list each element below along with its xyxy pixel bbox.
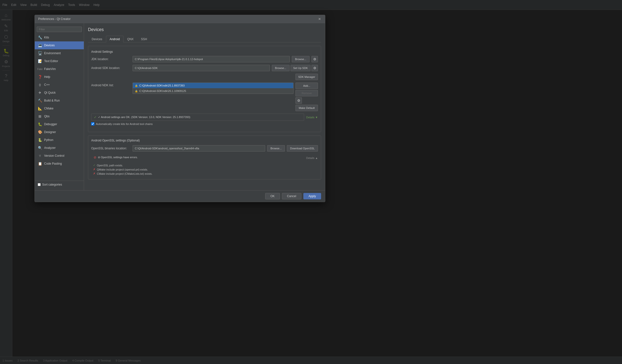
sdk-input[interactable] (133, 65, 270, 71)
gear-icon: ⚙ (313, 57, 316, 61)
dialog-body: 🔧 Kits 💻 Devices 🖥️ Environment 📝 Text E… (35, 23, 325, 190)
android-status-text: ✓ Android settings are OK. (SDK Version:… (98, 115, 190, 119)
setup-sdk-button[interactable]: Set Up SDK (291, 65, 311, 71)
sidebar-item-environment[interactable]: 🖥️ Environment (35, 49, 84, 57)
sidebar-item-designer-label: Designer (44, 130, 56, 134)
sdk-manager-row: SDK Manager (91, 74, 318, 80)
cancel-button[interactable]: Cancel (282, 193, 301, 199)
jdk-input[interactable] (133, 56, 290, 62)
sidebar-item-fakevim[interactable]: Fake FakeVim (35, 65, 84, 73)
openssl-check-2: ✗ CMake include project (CMakeLists.txt)… (93, 172, 316, 175)
preferences-sidebar: 🔧 Kits 💻 Devices 🖥️ Environment 📝 Text E… (35, 23, 84, 190)
tab-qnx[interactable]: QNX (123, 36, 137, 42)
sidebar-item-kits[interactable]: 🔧 Kits (35, 34, 84, 41)
modal-overlay: Preferences - Qt Creator ✕ 🔧 Kits 💻 (0, 0, 622, 364)
sidebar-bottom: Sort categories (35, 181, 84, 188)
sidebar-item-qt-quick-label: Qt Quick (44, 91, 56, 94)
sidebar-item-qbs[interactable]: ⊞ Qbs (35, 112, 84, 120)
openssl-browse-button[interactable]: Browse... (267, 145, 285, 152)
dialog-close-button[interactable]: ✕ (318, 17, 322, 21)
openssl-check-1: ✗ QMake include project (openssl.pri) ex… (93, 168, 316, 171)
sidebar-item-environment-label: Environment (44, 52, 61, 55)
fakevim-icon: Fake (38, 67, 42, 71)
page-title: Devices (88, 27, 321, 32)
sidebar-item-build-run[interactable]: 🔨 Build & Run (35, 96, 84, 104)
sdk-browse-button[interactable]: Browse... (272, 65, 290, 71)
sidebar-item-cpp[interactable]: {} C++ (35, 81, 84, 89)
sdk-manager-button[interactable]: SDK Manager (295, 74, 318, 80)
jdk-browse-button[interactable]: Browse... (292, 56, 310, 62)
python-icon: 🐍 (38, 138, 42, 142)
debugger-icon: 🐛 (38, 122, 42, 126)
auto-create-kits-checkbox[interactable] (91, 122, 94, 125)
download-openssl-button[interactable]: Download OpenSSL (287, 145, 318, 152)
apply-button[interactable]: Apply (303, 193, 321, 199)
dialog-title: Preferences - Qt Creator (38, 17, 71, 21)
ndk-action-buttons: Add... Remove ⚙ Make Default (295, 83, 318, 111)
sidebar-item-help[interactable]: ❓ Help (35, 73, 84, 81)
tab-android[interactable]: Android (106, 36, 123, 42)
ndk-item-0[interactable]: 🔒 C:\Qt\Android-SDK\ndk\25.1.8937393 (133, 83, 293, 88)
sort-categories-label: Sort categories (42, 183, 62, 186)
sidebar-item-cmake[interactable]: 📐 CMake (35, 104, 84, 112)
android-section-title: Android Settings (91, 50, 318, 54)
android-status-details-link[interactable]: Details ▼ (306, 116, 318, 119)
ndk-add-button[interactable]: Add... (295, 83, 318, 89)
ndk-section: Android NDK list: 🔒 C:\Qt\Android-SDK\nd… (91, 83, 318, 111)
check-err-icon-2: ✗ (93, 172, 95, 175)
text-editor-icon: 📝 (38, 59, 42, 63)
preferences-dialog: Preferences - Qt Creator ✕ 🔧 Kits 💻 (35, 15, 325, 202)
openssl-details-link[interactable]: Details ▲ (306, 156, 318, 159)
check-text-2: CMake include project (CMakeLists.txt) e… (97, 172, 153, 175)
sidebar-item-version-control[interactable]: ⑂ Version Control (35, 152, 84, 160)
sdk-gear-button[interactable]: ⚙ (311, 65, 318, 71)
openssl-location-row: OpenSSL binaries location: Browse... Dow… (91, 145, 318, 152)
details-chevron-icon: ▼ (315, 116, 318, 119)
sidebar-item-text-editor[interactable]: 📝 Text Editor (35, 57, 84, 65)
sidebar-item-qt-quick[interactable]: ✈ Qt Quick (35, 89, 84, 96)
ndk-remove-button[interactable]: Remove (295, 90, 318, 96)
version-control-icon: ⑂ (38, 153, 42, 158)
sidebar-item-qbs-label: Qbs (44, 115, 50, 118)
check-text-1: QMake include project (openssl.pri) exis… (97, 168, 148, 171)
openssl-error-text: ⊘ OpenSSL settings have errors. (98, 156, 138, 159)
openssl-details-label: Details (306, 156, 314, 159)
sidebar-item-debugger[interactable]: 🐛 Debugger (35, 120, 84, 128)
ok-button[interactable]: OK (265, 193, 280, 199)
openssl-check-0: ✓ OpenSSL path exists. (93, 164, 316, 167)
sidebar-item-build-run-label: Build & Run (44, 99, 60, 102)
tab-ssh[interactable]: SSH (137, 36, 151, 42)
sidebar-item-python[interactable]: 🐍 Python (35, 136, 84, 144)
check-ok-icon-0: ✓ (93, 164, 95, 167)
ndk-gear-button[interactable]: ⚙ (295, 97, 302, 104)
sidebar-item-devices-label: Devices (44, 44, 55, 47)
jdk-gear-button[interactable]: ⚙ (311, 56, 318, 62)
check-err-icon-1: ✗ (93, 168, 95, 171)
qbs-icon: ⊞ (38, 114, 42, 118)
sdk-row: Android SDK location: Browse... Set Up S… (91, 65, 318, 71)
openssl-location-input[interactable] (133, 145, 265, 152)
openssl-title: Android OpenSSL settings (Optional) (91, 139, 318, 142)
openssl-location-label: OpenSSL binaries location: (91, 147, 131, 150)
filter-input[interactable] (37, 27, 82, 32)
sidebar-item-version-control-label: Version Control (44, 154, 64, 157)
tab-devices[interactable]: Devices (88, 36, 106, 42)
sidebar-item-python-label: Python (44, 138, 53, 142)
sidebar-item-cpp-label: C++ (44, 83, 50, 87)
kits-icon: 🔧 (38, 35, 42, 40)
sdk-gear-icon: ⚙ (313, 66, 316, 70)
status-ok-row: ✓ ✓ Android settings are OK. (SDK Versio… (91, 114, 318, 121)
ndk-label: Android NDK list: (91, 83, 131, 87)
sidebar-item-code-pasting[interactable]: 📋 Code Pasting (35, 160, 84, 168)
tab-bar: Devices Android QNX SSH (88, 36, 321, 42)
ndk-path-1: C:\Qt\Android-SDK\ndk\26.1.10909125 (139, 90, 186, 92)
sidebar-item-analyzer[interactable]: 🔍 Analyzer (35, 144, 84, 152)
sidebar-item-devices[interactable]: 💻 Devices (35, 41, 84, 49)
sidebar-item-designer[interactable]: 🎨 Designer (35, 128, 84, 136)
sidebar-items-list: 🔧 Kits 💻 Devices 🖥️ Environment 📝 Text E… (35, 34, 84, 181)
ndk-path-0: C:\Qt\Android-SDK\ndk\25.1.8937393 (139, 84, 185, 87)
ndk-item-1[interactable]: 🔒 C:\Qt\Android-SDK\ndk\26.1.10909125 (133, 88, 293, 94)
make-default-button[interactable]: Make Default (295, 105, 318, 111)
android-settings-section: Android Settings JDK location: Browse...… (88, 46, 321, 132)
sort-categories-checkbox[interactable] (38, 183, 41, 186)
